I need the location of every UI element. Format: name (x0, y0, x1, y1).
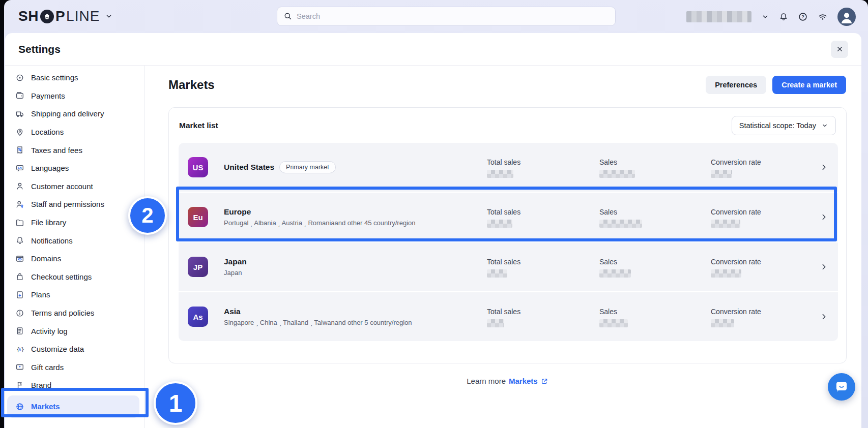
settings-header: Settings (5, 33, 861, 66)
chevron-right-icon (820, 263, 828, 271)
stat-label: Total sales (487, 308, 520, 316)
sidebar-item-label: Locations (31, 128, 64, 136)
sidebar-item-terms-and-policies[interactable]: Terms and policies (5, 304, 144, 322)
blurred-value (487, 170, 513, 178)
stat-total-sales: Total sales (487, 158, 520, 178)
stat-conversion-rate: Conversion rate (711, 158, 761, 178)
card-title: Market list (179, 121, 218, 130)
market-row-united-states[interactable]: USUnited StatesPrimary marketTotal sales… (179, 143, 838, 192)
bell-icon[interactable] (779, 12, 788, 21)
sidebar-item-customer-account[interactable]: Customer account (5, 177, 144, 196)
sidebar-item-notifications[interactable]: Notifications (5, 231, 144, 250)
blurred-value (487, 319, 504, 327)
search-box[interactable] (277, 7, 616, 26)
sidebar-item-activity-log[interactable]: Activity log (5, 322, 144, 340)
shopline-o-mark-icon (40, 10, 54, 23)
sidebar-item-brand[interactable]: Brand (5, 376, 144, 394)
sidebar-item-label: Shipping and delivery (31, 109, 104, 118)
market-subtitle: Portugal ˏ Albania ˏ Austria ˏ Romaniaan… (224, 219, 416, 227)
sidebar-item-file-library[interactable]: File library (5, 213, 144, 232)
sidebar-item-label: Gift cards (31, 363, 64, 372)
person-key-icon (15, 200, 24, 209)
sidebar-item-customize-data[interactable]: {}ACustomize data (5, 340, 144, 358)
sidebar-item-label: Customer account (31, 182, 93, 191)
wifi-icon[interactable] (818, 12, 828, 22)
preferences-button[interactable]: Preferences (706, 76, 766, 94)
market-badge: JP (188, 257, 208, 277)
chevron-down-icon (821, 122, 828, 129)
stat-sales: Sales (599, 308, 628, 327)
stat-label: Total sales (487, 158, 520, 166)
blurred-value (599, 170, 635, 178)
shopline-logo[interactable]: SH P LINE (18, 8, 113, 24)
svg-text:}: } (21, 346, 24, 352)
market-row-japan[interactable]: JPJapanJapanTotal salesSalesConversion r… (179, 242, 838, 291)
sidebar-item-domains[interactable]: Domains (5, 250, 144, 268)
blurred-value (711, 220, 740, 228)
chat-bubble-icon (834, 379, 849, 394)
create-market-button[interactable]: Create a market (772, 76, 846, 94)
market-badge: Eu (188, 207, 208, 227)
flag-icon (15, 381, 24, 390)
stat-label: Conversion rate (711, 308, 761, 316)
market-list-card: Market list Statistical scope: Today USU… (168, 107, 847, 363)
blurred-value (599, 220, 642, 228)
help-circle-icon[interactable]: ? (798, 12, 808, 22)
callout-step-1: 1 (154, 381, 197, 425)
sidebar-item-languages[interactable]: ENLanguages (5, 159, 144, 177)
sidebar-item-label: Markets (31, 402, 60, 411)
live-chat-button[interactable] (828, 373, 855, 401)
sidebar-item-label: Staff and permissions (31, 200, 104, 208)
sidebar-item-staff-and-permissions[interactable]: Staff and permissions (5, 195, 144, 213)
document-plus-icon (15, 290, 24, 299)
blurred-value (487, 269, 507, 278)
avatar[interactable] (837, 8, 856, 26)
market-badge: US (188, 157, 208, 177)
sidebar-item-label: Basic settings (31, 73, 78, 82)
market-name: United States (224, 163, 274, 172)
stat-label: Sales (599, 208, 642, 216)
sidebar-item-checkout-settings[interactable]: Checkout settings (5, 268, 144, 286)
stat-label: Total sales (487, 208, 520, 216)
stat-label: Sales (599, 308, 628, 316)
sidebar-item-locations[interactable]: Locations (5, 123, 144, 141)
market-row-europe[interactable]: EuEuropePortugal ˏ Albania ˏ Austria ˏ R… (179, 193, 838, 241)
folder-icon (15, 218, 24, 227)
sidebar-item-label: Taxes and fees (31, 146, 82, 155)
sidebar-item-shipping-and-delivery[interactable]: Shipping and delivery (5, 105, 144, 123)
gear-icon (15, 73, 24, 82)
truck-icon (15, 109, 24, 118)
logo-text: LINE (66, 8, 100, 24)
market-row-asia[interactable]: AsAsiaSingapore ˏ China ˏ Thailand ˏ Tai… (179, 292, 838, 341)
stat-label: Sales (599, 158, 635, 166)
statistical-scope-dropdown[interactable]: Statistical scope: Today (732, 116, 836, 135)
logo-text: P (55, 8, 65, 24)
sidebar-item-label: Customize data (31, 345, 84, 353)
sidebar-item-plans[interactable]: Plans (5, 286, 144, 304)
market-name: Asia (224, 307, 241, 316)
learn-more-markets-link[interactable]: Markets (509, 377, 548, 385)
learn-more-row: Learn more Markets (168, 377, 847, 385)
info-circle-icon (15, 309, 24, 318)
stat-label: Conversion rate (711, 258, 761, 266)
scope-label: Statistical scope: Today (739, 121, 816, 130)
sidebar-item-label: Payments (31, 91, 65, 100)
sidebar-item-payments[interactable]: Payments (5, 87, 144, 105)
chevron-down-icon[interactable] (761, 13, 769, 21)
search-input[interactable] (297, 12, 609, 20)
sidebar-item-gift-cards[interactable]: Gift cards (5, 358, 144, 377)
globe-icon (15, 402, 24, 411)
chevron-down-icon (105, 12, 113, 20)
sidebar-item-markets[interactable]: Markets (7, 395, 139, 418)
close-button[interactable] (831, 41, 848, 58)
external-link-icon (540, 377, 548, 385)
chevron-right-icon (820, 313, 828, 321)
market-subtitle: Japan (224, 269, 247, 277)
stat-sales: Sales (599, 208, 642, 228)
stat-sales: Sales (599, 258, 631, 278)
blurred-value (487, 220, 512, 228)
sidebar-item-basic-settings[interactable]: Basic settings (5, 69, 144, 87)
sidebar-item-taxes-and-fees[interactable]: Taxes and fees (5, 141, 144, 159)
primary-market-badge: Primary market (279, 161, 336, 173)
sidebar-item-label: Domains (31, 254, 61, 263)
